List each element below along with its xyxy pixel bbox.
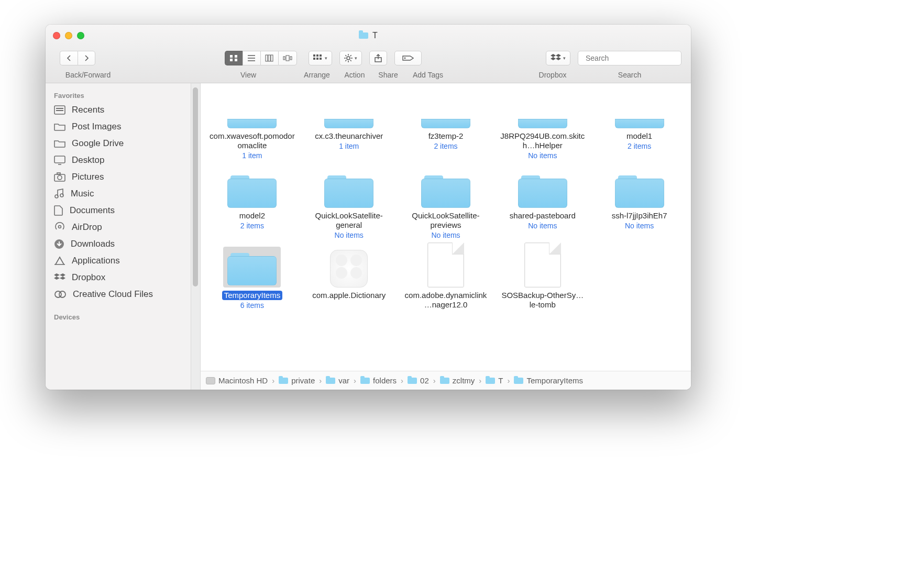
window-title: T (46, 31, 691, 40)
camera-icon (54, 172, 65, 182)
window-body: Favorites Recents Post Images Google Dri… (46, 83, 691, 390)
svg-rect-2 (230, 59, 233, 61)
path-crumb[interactable]: private (279, 376, 315, 385)
folder-item[interactable]: shared-pasteboard No items (494, 165, 591, 245)
file-sub: 2 items (240, 222, 264, 230)
folder-item[interactable]: model2 2 items (204, 165, 301, 245)
action-button[interactable]: ▾ (339, 51, 362, 65)
svg-rect-15 (320, 58, 322, 60)
folder-item[interactable]: QuickLookSatellite-previews No items (398, 165, 494, 245)
path-sep: › (432, 376, 437, 385)
path-crumb[interactable]: T (486, 376, 503, 385)
file-name: QuickLookSatellite-previews (402, 211, 489, 230)
folder-icon (227, 175, 277, 208)
scrollbar-thumb[interactable] (193, 87, 198, 286)
file-sub: 1 item (339, 142, 359, 150)
sidebar-item-post-images[interactable]: Post Images (46, 118, 200, 135)
view-icons-button[interactable] (225, 51, 243, 65)
folder-item[interactable]: J8RPQ294UB.com.skitch…hHelper No items (494, 85, 591, 165)
sidebar-item-dropbox[interactable]: Dropbox (46, 269, 200, 286)
sidebar-item-label: Google Drive (72, 138, 124, 149)
path-crumb[interactable]: var (326, 376, 349, 385)
path-crumb[interactable]: folders (360, 376, 397, 385)
path-bar: Macintosh HD › private › var › folders ›… (201, 371, 691, 390)
share-icon (375, 54, 382, 62)
window-title-text: T (372, 31, 378, 40)
sidebar-item-google-drive[interactable]: Google Drive (46, 135, 200, 152)
airdrop-icon (54, 222, 65, 233)
sidebar-item-music[interactable]: Music (46, 185, 200, 202)
applications-icon (54, 256, 65, 266)
file-name: model1 (626, 131, 652, 141)
svg-point-32 (59, 291, 65, 297)
forward-button[interactable] (78, 51, 95, 65)
folder-icon (421, 96, 470, 128)
search-field[interactable] (578, 51, 681, 65)
view-columns-button[interactable] (260, 51, 278, 65)
sidebar-item-label: Creative Cloud Files (73, 289, 153, 300)
sidebar: Favorites Recents Post Images Google Dri… (46, 83, 201, 390)
folder-item[interactable]: com.xwavesoft.pomodoromaclite 1 item (204, 85, 301, 165)
svg-rect-11 (316, 54, 318, 57)
folder-icon (514, 378, 523, 384)
folder-icon (518, 96, 567, 128)
file-name: cx.c3.theunarchiver (315, 131, 383, 141)
path-label: zcltmy (453, 376, 475, 385)
toolbar: ▾ ▾ ▾ (55, 48, 681, 69)
file-sub: No items (528, 151, 557, 160)
toolbar-labels: Back/Forward View Arrange Action Share A… (55, 70, 681, 80)
file-name: QuickLookSatellite-general (306, 211, 392, 230)
sidebar-item-label: Dropbox (72, 272, 105, 283)
empty-cell (591, 245, 688, 315)
folder-icon (360, 378, 370, 384)
search-input[interactable] (586, 54, 677, 62)
folder-item[interactable]: QuickLookSatellite-general No items (301, 165, 398, 245)
view-segmented (225, 51, 297, 65)
file-name: shared-pasteboard (510, 211, 576, 220)
sidebar-item-recents[interactable]: Recents (46, 102, 200, 118)
folder-icon (408, 378, 417, 384)
path-crumb[interactable]: 02 (408, 376, 429, 385)
path-label: private (291, 376, 315, 385)
sidebar-item-pictures[interactable]: Pictures (46, 169, 200, 185)
view-list-button[interactable] (243, 51, 260, 65)
share-button[interactable] (369, 51, 387, 65)
folder-item-selected[interactable]: TemporaryItems 6 items (204, 245, 301, 315)
dropbox-button[interactable]: ▾ (546, 51, 570, 65)
file-item[interactable]: com.adobe.dynamiclink…nager12.0 (398, 245, 494, 315)
file-sub: 1 item (242, 151, 262, 160)
sidebar-item-documents[interactable]: Documents (46, 202, 200, 219)
file-item[interactable]: SOSBackup-OtherSy…le-tomb (494, 245, 591, 315)
folder-item[interactable]: cx.c3.theunarchiver 1 item (301, 85, 398, 165)
add-tags-label: Add Tags (408, 71, 448, 79)
sidebar-item-applications[interactable]: Applications (46, 252, 200, 269)
sidebar-scrollbar[interactable] (191, 83, 200, 390)
sidebar-item-label: AirDrop (72, 222, 102, 233)
file-area: com.xwavesoft.pomodoromaclite 1 item cx.… (201, 83, 691, 390)
back-button[interactable] (60, 51, 78, 65)
file-name: com.xwavesoft.pomodoromaclite (209, 131, 295, 150)
path-label: T (498, 376, 503, 385)
svg-rect-10 (313, 54, 315, 57)
view-gallery-button[interactable] (278, 51, 297, 65)
path-crumb[interactable]: zcltmy (440, 376, 475, 385)
path-crumb[interactable]: Macintosh HD (206, 376, 268, 385)
folder-item[interactable]: ssh-l7jjIp3ihEh7 No items (591, 165, 688, 245)
sidebar-item-desktop[interactable]: Desktop (46, 152, 200, 169)
arrange-button[interactable]: ▾ (309, 51, 332, 65)
file-item[interactable]: com.apple.Dictionary (301, 245, 398, 315)
sidebar-item-airdrop[interactable]: AirDrop (46, 219, 200, 236)
path-crumb[interactable]: TemporaryItems (514, 376, 583, 385)
file-name: fz3temp-2 (428, 131, 464, 141)
svg-rect-12 (320, 54, 322, 57)
folder-item[interactable]: fz3temp-2 2 items (398, 85, 494, 165)
sidebar-item-downloads[interactable]: Downloads (46, 236, 200, 252)
folder-item[interactable]: model1 2 items (591, 85, 688, 165)
svg-rect-22 (56, 110, 63, 111)
file-sub: 2 items (628, 142, 651, 150)
dropbox-icon (551, 54, 561, 62)
sidebar-item-creative-cloud[interactable]: Creative Cloud Files (46, 286, 200, 303)
music-icon (54, 189, 64, 199)
file-grid[interactable]: com.xwavesoft.pomodoromaclite 1 item cx.… (201, 83, 691, 371)
add-tags-button[interactable] (394, 51, 422, 65)
